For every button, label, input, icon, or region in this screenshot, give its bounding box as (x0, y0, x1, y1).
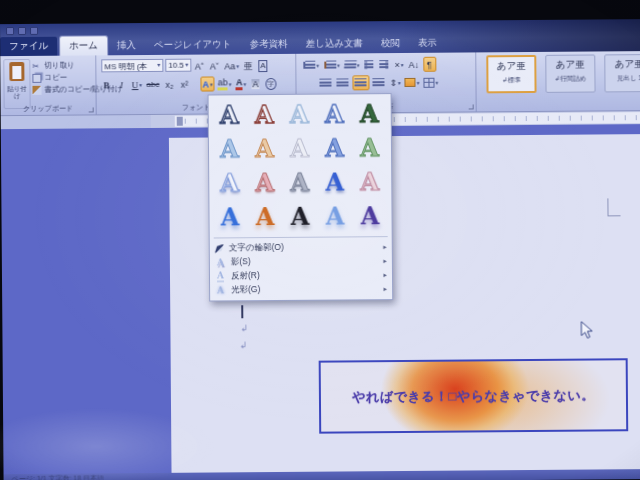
font-size-combobox[interactable]: 10.5 ▾ (165, 59, 191, 72)
effect-outline-blue[interactable]: A (317, 97, 352, 131)
underline-button[interactable]: U ▾ (130, 77, 143, 92)
italic-button[interactable]: I (115, 77, 128, 92)
text-effects-gallery-popup: A A A A A A (208, 93, 394, 301)
shading-button[interactable]: ▾ (404, 75, 421, 90)
effect-soft-lightblue[interactable]: A (212, 132, 247, 166)
effect-shadow-white[interactable]: A (212, 166, 247, 200)
asian-layout-button[interactable]: × ▾ (393, 57, 406, 72)
effect-glossy-blue[interactable]: A (317, 165, 352, 199)
effect-soft-green[interactable]: A (352, 131, 387, 165)
enclose-border-button[interactable]: A (257, 58, 270, 73)
paragraph-mark: ↲ (240, 323, 248, 333)
change-case-button[interactable]: Aa ▾ (223, 58, 240, 73)
copy-icon (32, 73, 41, 82)
paste-label: 貼り付け (4, 85, 29, 99)
line-spacing-button[interactable]: ⇕ ▾ (388, 75, 401, 90)
phonetic-guide-button[interactable]: 亜 (242, 58, 255, 73)
enclose-character-button[interactable]: 字 (264, 76, 278, 91)
bold-button[interactable]: B (100, 77, 113, 92)
tab-page-layout[interactable]: ページレイアウト (145, 35, 241, 55)
tab-file[interactable]: ファイル (0, 37, 57, 56)
highlight-color-button[interactable]: ab ▾ (217, 76, 233, 91)
shadow-menu-item[interactable]: 影(S) ▸ (210, 254, 392, 269)
glow-a-icon (215, 285, 226, 296)
tab-home[interactable]: ホーム (59, 35, 108, 55)
chevron-down-icon: ▾ (185, 61, 188, 70)
font-name-combobox[interactable]: MS 明朝 (本 ▾ (101, 59, 163, 72)
distribute-button[interactable] (371, 75, 386, 90)
menu-separator (214, 236, 388, 238)
bullets-button[interactable]: ▾ (301, 58, 320, 73)
effect-outline-darkred[interactable]: A (247, 98, 282, 132)
effect-bold-lightblue[interactable]: A (317, 199, 352, 233)
gradient-text-box[interactable]: やればできる！□やらなきゃできない。 (319, 358, 629, 433)
effect-fill-darkgreen[interactable]: A (352, 97, 387, 131)
text-outline-menu-item[interactable]: 文字の輪郭(O) ▸ (210, 240, 392, 255)
style-no-spacing[interactable]: あア亜 ↲行間詰め (545, 54, 595, 92)
clipboard-group-label: クリップボード (1, 103, 96, 114)
effect-bold-black[interactable]: A (282, 200, 317, 234)
effect-bold-purple[interactable]: A (352, 199, 387, 233)
font-color-button[interactable]: A ▾ (234, 76, 247, 91)
character-shading-button[interactable]: A (249, 76, 262, 91)
format-painter-icon (32, 85, 41, 94)
multilevel-list-button[interactable]: ▾ (343, 57, 361, 72)
effect-soft-tan[interactable]: A (247, 132, 282, 166)
text-insertion-cursor (241, 305, 243, 318)
ribbon-tabs: ファイル ホーム挿入ページレイアウト参考資料差し込み文書校閲表示 (0, 33, 446, 57)
align-center-button[interactable] (335, 75, 350, 90)
text-effects-button[interactable]: A ▾ (200, 76, 214, 91)
indent-marker-icon[interactable] (177, 122, 183, 126)
glow-menu-item[interactable]: 光彩(G) ▸ (210, 282, 392, 297)
textbox-text: やればできる！□やらなきゃできない。 (352, 386, 595, 406)
outline-pen-icon (215, 244, 224, 253)
effect-soft-white[interactable]: A (282, 132, 317, 166)
tab-review[interactable]: 校閲 (372, 34, 409, 53)
effect-bold-orange[interactable]: A (247, 200, 282, 234)
strikethrough-button[interactable]: abc (145, 77, 161, 92)
effect-gradient-gray[interactable]: A (282, 166, 317, 200)
effect-outline-navy[interactable]: A (212, 98, 247, 132)
tab-insert[interactable]: 挿入 (108, 36, 145, 55)
word-window: ファイル ホーム挿入ページレイアウト参考資料差し込み文書校閲表示 貼り付け 切り… (0, 19, 640, 480)
shadow-a-icon (215, 257, 226, 268)
dialog-launcher-icon[interactable] (469, 104, 474, 109)
align-left-button[interactable] (318, 76, 333, 91)
superscript-button[interactable]: x² (178, 77, 191, 92)
grow-font-button[interactable]: Aˆ (193, 59, 206, 74)
tab-mailings[interactable]: 差し込み文書 (296, 34, 372, 54)
formatting-marks-button[interactable]: ¶ (423, 57, 436, 72)
shrink-font-button[interactable]: Aˇ (208, 58, 221, 73)
quick-access-toolbar (6, 27, 38, 35)
title-bar: ファイル ホーム挿入ページレイアウト参考資料差し込み文書校閲表示 (0, 19, 640, 56)
effect-gradient-pink[interactable]: A (247, 166, 282, 200)
tab-references[interactable]: 参考資料 (241, 35, 297, 54)
style-heading-1[interactable]: あア亜 見出し 1 (604, 54, 640, 92)
save-icon[interactable] (6, 27, 14, 35)
decrease-indent-button[interactable] (363, 57, 376, 72)
reflection-menu-item[interactable]: 反射(R) ▸ (210, 268, 392, 283)
effect-soft-blue[interactable]: A (317, 131, 352, 165)
style-standard[interactable]: あア亜 ↲標準 (486, 55, 536, 93)
increase-indent-button[interactable] (378, 57, 391, 72)
effect-bold-blue[interactable]: A (212, 200, 247, 234)
borders-button[interactable]: ▾ (422, 75, 439, 90)
clipboard-group: 貼り付け 切り取り コピー 書式のコピー/貼 (0, 55, 96, 115)
dialog-launcher-icon[interactable] (89, 107, 94, 112)
numbering-button[interactable]: ▾ (322, 57, 341, 72)
reflection-a-icon (215, 271, 226, 282)
justify-button[interactable] (352, 75, 369, 90)
paste-button[interactable]: 貼り付け (3, 59, 30, 109)
sort-button[interactable]: A↓ (408, 57, 422, 72)
tab-view[interactable]: 表示 (409, 34, 446, 53)
repeat-icon[interactable] (30, 27, 38, 35)
scissors-icon (32, 61, 41, 70)
effect-outline-pink[interactable]: A (352, 165, 387, 199)
styles-group: あア亜 ↲標準 あア亜 ↲行間詰め あア亜 (476, 51, 640, 111)
undo-icon[interactable] (18, 27, 26, 35)
text-boundary-corner-mark (607, 198, 620, 216)
subscript-button[interactable]: x₂ (163, 77, 176, 92)
chevron-down-icon: ▾ (157, 61, 160, 70)
paragraph-mark: ↲ (239, 340, 247, 350)
effect-outline-lightblue[interactable]: A (282, 98, 317, 132)
